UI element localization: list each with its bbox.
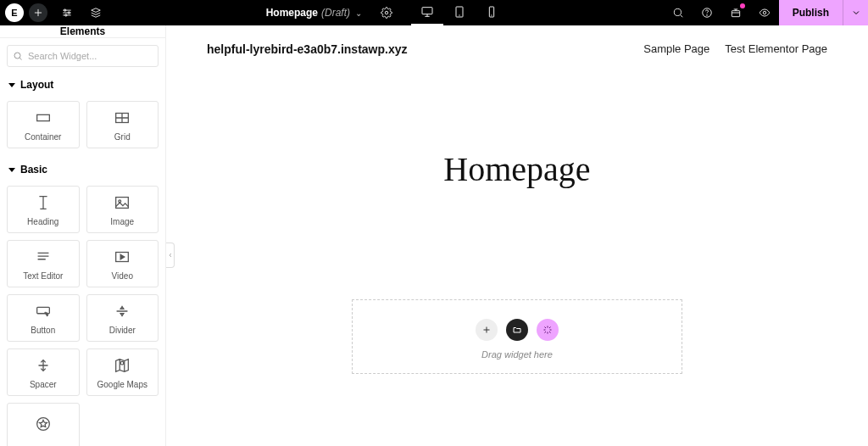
divider-icon (113, 302, 131, 321)
svg-point-9 (706, 15, 707, 16)
notification-dot-icon (740, 3, 745, 8)
document-status: (Draft) (321, 7, 350, 19)
ai-button[interactable] (537, 319, 559, 341)
svg-rect-10 (732, 11, 739, 17)
svg-point-7 (674, 8, 681, 15)
svg-point-19 (120, 361, 124, 365)
elementor-logo[interactable]: E (5, 3, 24, 22)
svg-point-11 (763, 11, 766, 14)
publish-button[interactable]: Publish (779, 7, 843, 19)
dropzone-label: Drag widget here (353, 349, 682, 360)
nav-link-test-elementor[interactable]: Test Elementor Page (725, 42, 827, 55)
category-basic[interactable]: Basic (0, 155, 165, 179)
structure-button[interactable] (81, 0, 110, 25)
svg-point-3 (385, 11, 388, 14)
top-bar: E Homepage (Draft) ⌄ (0, 0, 868, 25)
add-template-button[interactable] (506, 319, 528, 341)
button-icon (34, 302, 53, 321)
finder-search-button[interactable] (664, 0, 693, 25)
svg-point-12 (14, 53, 20, 59)
heading-icon (34, 193, 53, 212)
widget-spacer[interactable]: Spacer (7, 348, 80, 396)
image-icon (113, 193, 131, 212)
widget-google-maps[interactable]: Google Maps (86, 348, 159, 396)
device-tablet-button[interactable] (443, 0, 476, 25)
help-button[interactable] (693, 0, 721, 25)
svg-rect-13 (36, 114, 49, 120)
panel-title: Elements (0, 25, 165, 38)
svg-rect-15 (116, 197, 129, 208)
add-element-button[interactable] (29, 3, 47, 22)
widget-search-input[interactable] (28, 51, 153, 61)
text-editor-icon (34, 248, 53, 266)
whats-new-button[interactable] (721, 0, 750, 25)
video-icon (113, 248, 131, 266)
widget-grid[interactable]: Grid (86, 101, 159, 148)
site-settings-button[interactable] (53, 0, 81, 25)
widget-icon[interactable] (7, 403, 80, 446)
add-section-button[interactable] (476, 319, 498, 341)
page-hero-title: Homepage (166, 149, 868, 189)
widget-heading[interactable]: Heading (7, 186, 80, 233)
svg-rect-18 (36, 307, 49, 313)
widget-search[interactable] (7, 45, 159, 67)
device-desktop-button[interactable] (411, 0, 443, 25)
spacer-icon (34, 356, 53, 375)
chevron-down-icon: ⌄ (355, 8, 362, 18)
device-mobile-button[interactable] (476, 0, 508, 25)
document-title[interactable]: Homepage (Draft) ⌄ (266, 7, 362, 19)
grid-icon (113, 109, 131, 127)
container-icon (34, 109, 53, 127)
page-settings-button[interactable] (372, 0, 401, 25)
search-icon (13, 51, 23, 61)
map-icon (113, 356, 131, 375)
nav-link-sample-page[interactable]: Sample Page (643, 42, 709, 55)
widget-divider[interactable]: Divider (86, 294, 159, 342)
widget-text-editor[interactable]: Text Editor (7, 240, 80, 287)
widget-dropzone[interactable]: Drag widget here (352, 299, 682, 374)
star-icon (34, 415, 53, 433)
category-layout[interactable]: Layout (0, 70, 165, 94)
preview-button[interactable] (750, 0, 779, 25)
editor-canvas[interactable]: helpful-lyrebird-e3a0b7.instawp.xyz Samp… (166, 25, 868, 446)
publish-options-button[interactable] (843, 0, 868, 25)
site-url: helpful-lyrebird-e3a0b7.instawp.xyz (207, 42, 408, 56)
svg-rect-4 (422, 8, 432, 14)
widget-button[interactable]: Button (7, 294, 80, 342)
document-name: Homepage (266, 7, 318, 19)
elements-panel: Elements Layout Container Grid Basic Hea… (0, 25, 166, 446)
widget-container[interactable]: Container (7, 101, 80, 148)
panel-collapse-handle[interactable] (166, 243, 175, 268)
widget-image[interactable]: Image (86, 186, 159, 233)
widget-video[interactable]: Video (86, 240, 159, 287)
